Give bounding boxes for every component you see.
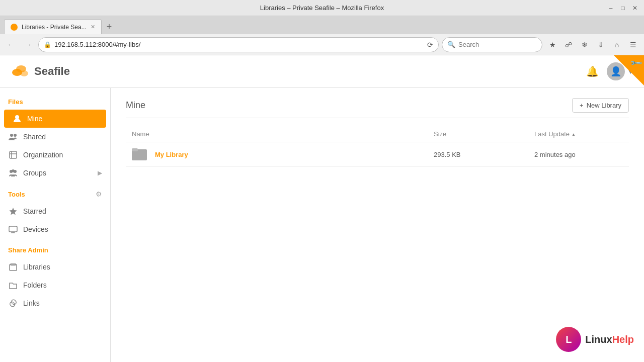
nav-icons: ★ ☍ ❄ ⇓ ⌂ ☰ <box>545 38 640 52</box>
mine-icon <box>12 114 22 124</box>
minimize-button[interactable]: – <box>607 4 615 12</box>
sidebar: Files Mine Shared Organization <box>0 88 111 362</box>
menu-button[interactable]: ☰ <box>626 38 640 52</box>
plus-icon: + <box>580 102 584 109</box>
sidebar-starred-label: Starred <box>23 207 102 215</box>
library-name-link[interactable]: My Library <box>155 151 188 158</box>
tools-section-header: Tools ⚙ <box>0 190 110 202</box>
forward-button[interactable]: → <box>21 38 35 52</box>
library-table: Name Size Last Update <box>126 126 629 167</box>
content-header: Mine + New Library <box>126 98 629 118</box>
svg-point-3 <box>15 115 19 119</box>
linuxhelp-logo: L LinuxHelp <box>556 327 634 352</box>
browser-search-input[interactable] <box>458 41 529 48</box>
groups-icon <box>8 168 18 178</box>
browser-tabbar: Libraries - Private Sea... ✕ + <box>0 16 644 34</box>
download-button[interactable]: ⇓ <box>594 38 608 52</box>
devices-icon <box>8 224 18 234</box>
svg-rect-6 <box>10 151 17 158</box>
tab-favicon <box>11 24 18 31</box>
links-icon <box>8 298 18 308</box>
svg-point-2 <box>20 70 28 76</box>
library-table-body: My Library 293.5 KB 2 minutes ago <box>126 142 629 167</box>
tools-gear-icon[interactable]: ⚙ <box>96 190 102 198</box>
content-section-title: Mine <box>126 100 145 111</box>
maximize-button[interactable]: □ <box>619 4 627 12</box>
notification-bell-icon[interactable]: 🔔 <box>586 65 599 77</box>
linuxhelp-circle-icon: L <box>556 327 581 352</box>
main-content: Files Mine Shared Organization <box>0 88 644 362</box>
app-container: Seafile 🔔 👤 ▼ 🔧 Files Mine <box>0 55 644 362</box>
browser-titlebar: Libraries – Private Seafile – Mozilla Fi… <box>0 0 644 16</box>
svg-marker-12 <box>10 208 17 215</box>
svg-point-5 <box>14 134 17 137</box>
table-row: My Library 293.5 KB 2 minutes ago <box>126 142 629 167</box>
corner-decoration: 🔧 <box>614 55 644 85</box>
sidebar-shared-label: Shared <box>23 133 102 141</box>
tab-label: Libraries - Private Sea... <box>22 24 87 31</box>
table-header-row: Name Size Last Update <box>126 126 629 142</box>
sidebar-item-groups[interactable]: Groups ▶ <box>0 164 110 182</box>
pocket-button[interactable]: ❄ <box>578 38 592 52</box>
back-button[interactable]: ← <box>4 38 18 52</box>
sidebar-item-organization[interactable]: Organization <box>0 146 110 164</box>
linuxhelp-text: LinuxHelp <box>585 334 634 345</box>
browser-title: Libraries – Private Seafile – Mozilla Fi… <box>260 4 384 12</box>
library-table-head: Name Size Last Update <box>126 126 629 142</box>
svg-point-4 <box>10 134 13 137</box>
reading-view-button[interactable]: ☍ <box>561 38 576 52</box>
col-size: Size <box>428 126 528 142</box>
browser-search-container[interactable]: 🔍 <box>442 37 542 52</box>
sidebar-item-starred[interactable]: Starred <box>0 202 110 220</box>
sidebar-item-shared[interactable]: Shared <box>0 128 110 146</box>
tab-close-button[interactable]: ✕ <box>91 24 95 30</box>
sidebar-item-links[interactable]: Links <box>0 294 110 312</box>
col-name: Name <box>126 126 428 142</box>
browser-search-icon: 🔍 <box>447 41 455 48</box>
library-last-update-cell: 2 minutes ago <box>528 142 629 167</box>
app-header: Seafile 🔔 👤 ▼ 🔧 <box>0 55 644 88</box>
shared-icon <box>8 132 18 142</box>
browser-tab-active[interactable]: Libraries - Private Sea... ✕ <box>4 19 102 34</box>
lock-icon: 🔒 <box>44 41 51 48</box>
share-admin-section-title: Share Admin <box>0 246 110 258</box>
content-area: Mine + New Library Name Size Last Update <box>111 88 644 362</box>
sidebar-organization-label: Organization <box>23 151 102 159</box>
library-folder-icon <box>132 147 148 161</box>
home-button[interactable]: ⌂ <box>610 38 624 52</box>
sidebar-devices-label: Devices <box>23 225 102 233</box>
sidebar-links-label: Links <box>23 299 102 307</box>
sidebar-item-folders[interactable]: Folders <box>0 276 110 294</box>
url-bar[interactable] <box>54 41 424 48</box>
libraries-icon <box>8 262 18 272</box>
bookmark-star-button[interactable]: ★ <box>545 38 559 52</box>
files-section-title: Files <box>0 98 110 110</box>
new-library-button[interactable]: + New Library <box>572 98 629 113</box>
svg-point-11 <box>12 169 15 172</box>
seafile-logo[interactable]: Seafile <box>10 61 70 81</box>
seafile-logo-icon <box>10 61 30 81</box>
url-bar-container[interactable]: 🔒 ⟳ <box>38 37 439 52</box>
svg-rect-13 <box>9 226 17 232</box>
sidebar-libraries-label: Libraries <box>23 263 102 271</box>
close-button[interactable]: ✕ <box>631 4 639 12</box>
starred-icon <box>8 206 18 216</box>
col-last-update[interactable]: Last Update <box>528 126 629 142</box>
sidebar-mine-label: Mine <box>27 115 98 123</box>
sidebar-folders-label: Folders <box>23 281 102 289</box>
tools-section-title: Tools <box>8 191 96 198</box>
library-size-cell: 293.5 KB <box>428 142 528 167</box>
sidebar-item-devices[interactable]: Devices <box>0 220 110 238</box>
sidebar-groups-label: Groups <box>23 169 93 177</box>
logo-text: Seafile <box>34 65 70 78</box>
sidebar-item-mine[interactable]: Mine <box>4 110 106 128</box>
library-name-inner: My Library <box>132 147 422 161</box>
new-tab-button[interactable]: + <box>102 19 117 34</box>
svg-rect-19 <box>132 148 138 151</box>
folders-icon <box>8 280 18 290</box>
groups-caret-icon: ▶ <box>98 169 102 176</box>
refresh-icon[interactable]: ⟳ <box>427 41 433 49</box>
library-name-cell: My Library <box>126 142 428 167</box>
wrench-icon: 🔧 <box>629 56 643 70</box>
sidebar-item-libraries[interactable]: Libraries <box>0 258 110 276</box>
